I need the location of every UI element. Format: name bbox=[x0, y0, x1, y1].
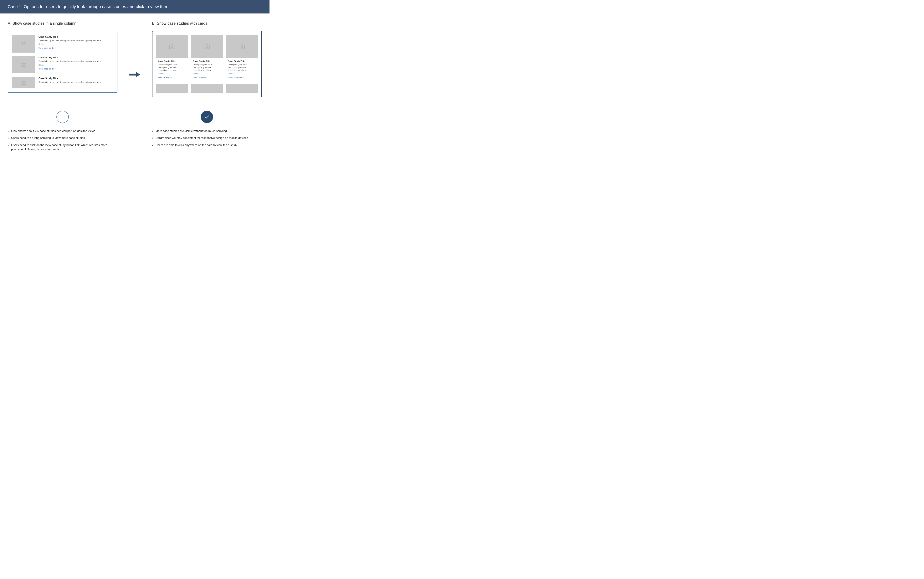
list-text: Case Study Title Description goes here d… bbox=[39, 35, 101, 49]
card-description: Description goes here description goes h… bbox=[193, 63, 221, 72]
svg-rect-17 bbox=[241, 44, 243, 45]
card-image bbox=[156, 35, 188, 58]
bullet-item: Users are able to click anywhere on the … bbox=[152, 143, 262, 147]
bullets-row: Only shows about 2.5 case studies per vi… bbox=[0, 127, 269, 162]
svg-point-16 bbox=[241, 46, 243, 48]
svg-rect-5 bbox=[23, 63, 24, 64]
card-link-arrow: → bbox=[242, 77, 244, 79]
card-image bbox=[191, 35, 223, 58]
verdict-col-a bbox=[8, 111, 117, 123]
verdict-col-b bbox=[152, 111, 262, 123]
item-description: Description goes here description goes h… bbox=[39, 39, 101, 42]
card-heading: Case Study Title bbox=[158, 60, 186, 62]
svg-rect-2 bbox=[23, 42, 24, 43]
column-a: A: Show case studies in a single column … bbox=[8, 21, 117, 97]
svg-rect-14 bbox=[206, 44, 208, 45]
svg-point-1 bbox=[23, 43, 24, 45]
item-heading: Case Study Title bbox=[39, 77, 101, 80]
card-heading: Case Study Title bbox=[228, 60, 256, 62]
card-partial bbox=[156, 84, 188, 93]
verdict-row bbox=[0, 105, 269, 127]
item-description: Description goes here description goes h… bbox=[39, 81, 101, 84]
svg-point-13 bbox=[206, 46, 208, 48]
bullet-item: More case studies are visible without to… bbox=[152, 129, 262, 133]
single-col-frame: Case Study Title Description goes here d… bbox=[8, 31, 117, 93]
card-description: Description goes here description goes h… bbox=[228, 63, 256, 72]
card-body: Case Study Title Description goes here d… bbox=[191, 58, 223, 81]
case-study-card[interactable]: Case Study Title Description goes here d… bbox=[156, 35, 188, 81]
cards-frame: Case Study Title Description goes here d… bbox=[152, 31, 262, 97]
list-text: Case Study Title Description goes here d… bbox=[39, 56, 101, 70]
card-details: Details bbox=[228, 73, 256, 75]
view-case-study-link[interactable]: View case study + bbox=[39, 47, 56, 49]
bullet-item: Users need to click on the view case stu… bbox=[8, 143, 117, 152]
cards-grid: Case Study Title Description goes here d… bbox=[156, 35, 258, 93]
item-details: Details bbox=[39, 43, 101, 45]
svg-point-7 bbox=[23, 82, 24, 84]
view-case-study-link[interactable]: View case study + bbox=[39, 67, 56, 70]
list-item: Case Study Title Description goes here d… bbox=[12, 35, 113, 52]
column-a-title: A: Show case studies in a single column bbox=[8, 21, 117, 26]
svg-rect-11 bbox=[171, 44, 173, 45]
card-view-link[interactable]: View case study → bbox=[228, 77, 244, 79]
card-view-link[interactable]: View case study → bbox=[193, 77, 209, 79]
image-placeholder bbox=[12, 77, 35, 88]
card-image bbox=[226, 35, 258, 58]
svg-point-10 bbox=[171, 46, 173, 48]
item-details: Details bbox=[39, 64, 101, 66]
svg-rect-8 bbox=[23, 81, 24, 82]
right-arrow bbox=[129, 72, 140, 77]
list-item: Case Study Title Description goes here d… bbox=[12, 56, 113, 74]
link-arrow-icon: + bbox=[54, 67, 56, 70]
card-body: Case Study Title Description goes here d… bbox=[156, 58, 188, 81]
column-b: B: Show case studies with cards Case Stu… bbox=[152, 21, 262, 97]
transition-arrow-container bbox=[129, 21, 140, 97]
column-b-title: B: Show case studies with cards bbox=[152, 21, 262, 26]
card-description: Description goes here description goes h… bbox=[158, 63, 186, 72]
card-body: Case Study Title Description goes here d… bbox=[226, 58, 258, 81]
card-link-arrow: → bbox=[173, 77, 174, 79]
card-partial bbox=[226, 84, 258, 93]
main-content: A: Show case studies in a single column … bbox=[0, 13, 269, 105]
case-study-card[interactable]: Case Study Title Description goes here d… bbox=[191, 35, 223, 81]
rejected-circle-icon bbox=[56, 111, 69, 123]
item-description: Description goes here description goes h… bbox=[39, 60, 101, 63]
item-heading: Case Study Title bbox=[39, 35, 101, 38]
bullets-col-a: Only shows about 2.5 case studies per vi… bbox=[8, 129, 117, 154]
list-item-clipped: Case Study Title Description goes here d… bbox=[12, 77, 113, 88]
page-title: Case 1: Options for users to quickly loo… bbox=[8, 4, 262, 9]
bullet-item: Users need to do long scrolling to view … bbox=[8, 136, 117, 140]
bullets-col-b: More case studies are visible without to… bbox=[152, 129, 262, 154]
card-details: Details bbox=[193, 73, 221, 75]
list-text: Case Study Title Description goes here d… bbox=[39, 77, 101, 85]
approved-check-icon bbox=[201, 111, 213, 123]
spacer bbox=[129, 129, 140, 154]
bullet-list-b: More case studies are visible without to… bbox=[152, 129, 262, 147]
case-study-card[interactable]: Case Study Title Description goes here d… bbox=[226, 35, 258, 81]
bullet-list-a: Only shows about 2.5 case studies per vi… bbox=[8, 129, 117, 152]
card-view-link[interactable]: View case study → bbox=[158, 77, 174, 79]
card-heading: Case Study Title bbox=[193, 60, 221, 62]
link-arrow-icon: + bbox=[54, 47, 56, 49]
bullet-item: Cards' sizes will stay consistent for re… bbox=[152, 136, 262, 140]
image-placeholder bbox=[12, 35, 35, 52]
image-placeholder bbox=[12, 56, 35, 74]
card-details: Details bbox=[158, 73, 186, 75]
card-partial bbox=[191, 84, 223, 93]
svg-point-4 bbox=[23, 64, 24, 66]
spacer bbox=[129, 111, 140, 123]
header-bar: Case 1: Options for users to quickly loo… bbox=[0, 0, 269, 13]
bullet-item: Only shows about 2.5 case studies per vi… bbox=[8, 129, 117, 133]
item-heading: Case Study Title bbox=[39, 56, 101, 59]
card-link-arrow: → bbox=[207, 77, 209, 79]
